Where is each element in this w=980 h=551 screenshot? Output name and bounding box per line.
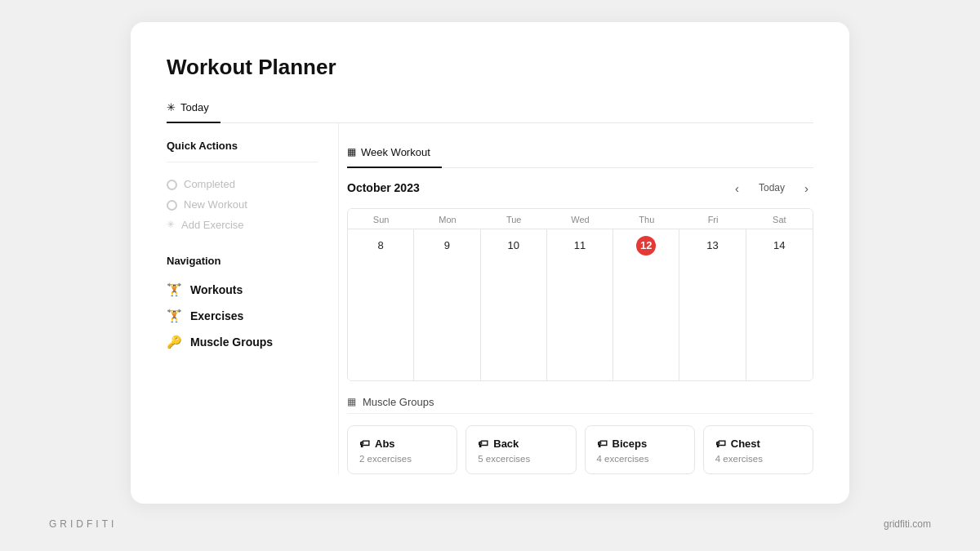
action-new-workout[interactable]: New Workout: [167, 194, 318, 215]
content-area: Quick Actions Completed New Workout ✳ Ad…: [167, 123, 813, 474]
muscle-card-abs-title: 🏷 Abs: [359, 438, 445, 450]
day-cell-12[interactable]: 12: [613, 229, 679, 380]
biceps-icon: 🏷: [597, 438, 608, 450]
nav-item-exercises[interactable]: 🏋 Exercises: [167, 303, 318, 329]
muscle-card-chest[interactable]: 🏷 Chest 4 exercises: [703, 425, 813, 474]
day-cell-13[interactable]: 13: [679, 229, 746, 380]
calendar-nav: ‹ Today ›: [730, 180, 813, 197]
action-add-exercise-label: Add Exercise: [181, 219, 244, 231]
day-header-fri: Fri: [679, 209, 746, 229]
calendar-next-button[interactable]: ›: [800, 180, 813, 197]
muscle-card-chest-title: 🏷 Chest: [715, 438, 801, 450]
muscle-groups-section-icon: ▦: [347, 396, 356, 407]
muscle-groups-icon: 🔑: [167, 335, 182, 349]
today-tab-icon: ✳: [167, 101, 176, 113]
biceps-count: 4 excercises: [597, 454, 683, 464]
week-grid: Sun Mon Tue Wed Thu Fri Sat 8 9 10 11: [347, 208, 813, 381]
action-completed-label: Completed: [184, 178, 235, 190]
quick-actions-section: Quick Actions Completed New Workout ✳ Ad…: [167, 140, 318, 235]
chest-icon: 🏷: [715, 438, 726, 450]
day-header-sun: Sun: [348, 209, 414, 229]
nav-exercises-label: Exercises: [190, 309, 243, 322]
muscle-card-biceps[interactable]: 🏷 Biceps 4 excercises: [585, 425, 695, 474]
navigation-title: Navigation: [167, 255, 318, 267]
action-add-exercise[interactable]: ✳ Add Exercise: [167, 215, 318, 235]
calendar-month-label: October 2023: [347, 181, 420, 194]
muscle-card-back[interactable]: 🏷 Back 5 excercises: [466, 425, 576, 474]
muscle-cards-grid: 🏷 Abs 2 excercises 🏷 Back 5 excercises 🏷: [347, 425, 813, 474]
calendar-header: October 2023 ‹ Today ›: [347, 180, 813, 197]
action-new-workout-label: New Workout: [184, 198, 247, 211]
day-header-mon: Mon: [414, 209, 480, 229]
day-header-thu: Thu: [613, 209, 679, 229]
muscle-card-abs[interactable]: 🏷 Abs 2 excercises: [347, 425, 457, 474]
day-header-wed: Wed: [547, 209, 613, 229]
muscle-card-back-title: 🏷 Back: [478, 438, 564, 450]
day-cell-9[interactable]: 9: [414, 229, 480, 380]
day-cell-8[interactable]: 8: [348, 229, 414, 380]
brand-label: GRIDFITI: [49, 518, 117, 530]
quick-actions-title: Quick Actions: [167, 140, 318, 152]
footer: GRIDFITI gridfiti.com: [0, 518, 980, 530]
tabs-row: ✳ Today: [167, 95, 813, 123]
day-num-13: 13: [703, 236, 723, 256]
muscle-groups-section-header: ▦ Muscle Groups: [347, 396, 813, 414]
divider-qa: [167, 162, 318, 162]
day-header-sat: Sat: [746, 209, 813, 229]
nav-workouts-label: Workouts: [190, 283, 243, 296]
main-card: Workout Planner ✳ Today Quick Actions Co…: [131, 22, 849, 504]
nav-muscle-groups-label: Muscle Groups: [190, 335, 273, 349]
sidebar: Quick Actions Completed New Workout ✳ Ad…: [167, 123, 338, 474]
page-title: Workout Planner: [167, 55, 813, 80]
day-cell-11[interactable]: 11: [547, 229, 613, 380]
day-num-11: 11: [570, 236, 590, 256]
day-num-12: 12: [636, 236, 656, 256]
new-workout-icon: [167, 200, 177, 211]
nav-section: Navigation 🏋 Workouts 🏋 Exercises 🔑 Musc…: [167, 255, 318, 355]
week-workout-tab-label: Week Workout: [361, 146, 430, 158]
chest-count: 4 exercises: [715, 454, 801, 464]
muscle-card-biceps-title: 🏷 Biceps: [597, 438, 683, 450]
calendar-prev-button[interactable]: ‹: [730, 180, 744, 197]
calendar-today-button[interactable]: Today: [752, 180, 791, 196]
tab-today[interactable]: ✳ Today: [167, 95, 220, 123]
back-icon: 🏷: [478, 438, 488, 450]
today-tab-label: Today: [180, 101, 209, 113]
day-num-10: 10: [504, 236, 523, 256]
week-tab-row: ▦ Week Workout: [347, 140, 813, 168]
footer-url: gridfiti.com: [884, 518, 931, 530]
nav-item-workouts[interactable]: 🏋 Workouts: [167, 277, 318, 303]
day-cell-10[interactable]: 10: [481, 229, 547, 380]
abs-icon: 🏷: [359, 438, 370, 450]
nav-item-muscle-groups[interactable]: 🔑 Muscle Groups: [167, 329, 318, 355]
day-num-14: 14: [769, 236, 789, 256]
day-num-8: 8: [371, 236, 390, 256]
muscle-groups-section-label: Muscle Groups: [363, 396, 434, 408]
week-workout-tab-icon: ▦: [347, 146, 356, 158]
workouts-icon: 🏋: [167, 282, 182, 297]
exercises-icon: 🏋: [167, 309, 182, 323]
add-exercise-icon: ✳: [167, 219, 175, 230]
day-header-tue: Tue: [481, 209, 547, 229]
abs-count: 2 excercises: [359, 454, 445, 464]
back-count: 5 excercises: [478, 454, 564, 464]
completed-icon: [167, 180, 177, 190]
main-content: ▦ Week Workout October 2023 ‹ Today › Su…: [338, 123, 813, 474]
tab-week-workout[interactable]: ▦ Week Workout: [347, 140, 442, 168]
day-cell-14[interactable]: 14: [746, 229, 813, 380]
action-completed[interactable]: Completed: [167, 174, 318, 194]
day-num-9: 9: [437, 236, 457, 256]
